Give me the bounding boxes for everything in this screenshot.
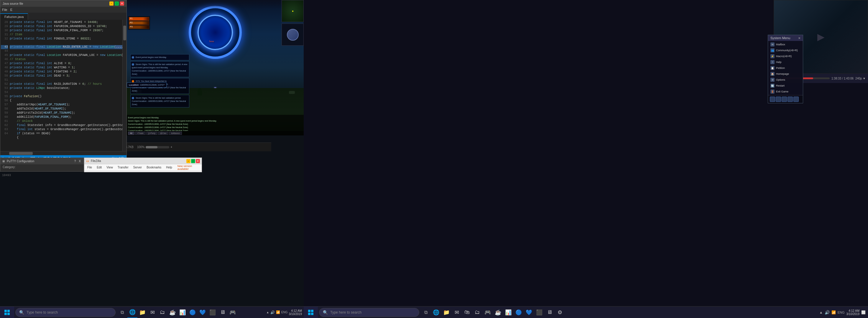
- horizontal-scrollbar-thumb[interactable]: [9, 152, 33, 155]
- tb-app-excel2[interactable]: 📊: [503, 307, 513, 318]
- scrollbar-thumb[interactable]: [123, 26, 126, 40]
- tb-app-mail-1[interactable]: ✉: [148, 307, 157, 318]
- fz-menu-server[interactable]: Server: [131, 166, 144, 169]
- tray-volume-icon[interactable]: 🔊: [270, 310, 275, 314]
- putty-question-button[interactable]: ?: [73, 160, 77, 163]
- fz-menu-bookmarks[interactable]: Bookmarks: [145, 166, 163, 169]
- tb-app-java-1[interactable]: ☕: [167, 307, 178, 318]
- fz-menu-transfer[interactable]: Transfer: [116, 166, 130, 169]
- game-chat-tab-party[interactable]: ||+Party: [146, 132, 157, 135]
- zoom-in-button[interactable]: +: [170, 145, 172, 149]
- terminal-icon-1: ⬛: [209, 309, 216, 316]
- game-portal: [189, 6, 242, 59]
- tb-app-explorer[interactable]: 📁: [441, 307, 452, 318]
- tray-network-icon[interactable]: 📶: [276, 310, 280, 314]
- tb-app-misc[interactable]: ⚙: [555, 307, 565, 318]
- tb-app-vscode-1[interactable]: 💙: [197, 307, 208, 318]
- menu-item-help[interactable]: ? Help: [768, 59, 803, 65]
- second-search-box[interactable]: 🔍 Type here to search: [319, 308, 419, 317]
- primary-clock[interactable]: 4:12 AM 3/10/2019: [289, 309, 302, 316]
- svg-rect-1: [311, 310, 313, 312]
- menu-item-exit[interactable]: 🚪 Exit Game: [768, 89, 803, 95]
- filezilla-menubar: File Edit View Transfer Server Bookmarks…: [84, 164, 202, 171]
- close-button[interactable]: ✕: [120, 1, 124, 6]
- desktop: Java source file − □ ✕ File E Fafuzion.j…: [0, 0, 868, 318]
- tb-app-fz2[interactable]: 🗂: [472, 307, 483, 318]
- skill-icon-1[interactable]: [770, 97, 775, 102]
- fz-minimize-button[interactable]: −: [186, 159, 190, 163]
- zoom-slider[interactable]: [146, 146, 169, 148]
- menu-item-mailbox[interactable]: ✉ Mailbox: [768, 41, 803, 47]
- game-chat-tab-trade[interactable]: +Trade: [135, 132, 146, 135]
- menu-item-macro[interactable]: ⚡ Macro(Alt+R): [768, 53, 803, 59]
- menu-item-options[interactable]: ⚙ Options: [768, 77, 803, 83]
- fz-menu-view[interactable]: View: [105, 166, 115, 169]
- tb-app-putty2[interactable]: 🖥: [545, 307, 555, 318]
- fz-maximize-button[interactable]: □: [191, 159, 195, 163]
- search-box[interactable]: 🔍 Type here to search: [16, 308, 116, 317]
- video-quality[interactable]: 240p ▼: [855, 77, 866, 80]
- tb-app-game-1[interactable]: 🎮: [228, 307, 238, 318]
- excel-icon-taskbar: 📊: [505, 309, 512, 316]
- tb-app-explorer-1[interactable]: 📁: [137, 307, 148, 318]
- skill-icon-2[interactable]: [776, 97, 781, 102]
- minimize-button[interactable]: −: [110, 1, 114, 6]
- tb-app-excel-1[interactable]: 📊: [178, 307, 187, 318]
- menu-item-community[interactable]: 👥 Community(Alt+R): [768, 47, 803, 53]
- system-menu-close-icon[interactable]: ✕: [798, 36, 801, 40]
- filezilla-icon-taskbar: 🗂: [475, 309, 480, 315]
- task-view-button[interactable]: ⧉: [117, 307, 127, 318]
- menu-item-homepage[interactable]: 🏠 Homepage: [768, 71, 803, 77]
- skill-icon-5[interactable]: [794, 97, 799, 102]
- menu-item-petition[interactable]: 📋 Petition: [768, 65, 803, 71]
- tb-app-edge[interactable]: 🌐: [431, 307, 441, 318]
- horizontal-scrollbar-area[interactable]: [0, 151, 126, 155]
- tray-arrow-1[interactable]: ▲: [266, 311, 269, 314]
- second-system-tray: ▲ 🔊 📶 ENG 4:12 AM 3/10/2019 ⬜: [819, 309, 868, 316]
- tb-app-l2[interactable]: 🎮: [483, 307, 493, 318]
- maximize-button[interactable]: □: [115, 1, 119, 6]
- fz-menu-edit[interactable]: Edit: [95, 166, 103, 169]
- volume-icon[interactable]: 🔊: [825, 310, 830, 315]
- fz-menu-help[interactable]: Help: [164, 166, 174, 169]
- menu-item-restart[interactable]: 🔄 Restart: [768, 83, 803, 89]
- store-icon: 🛍: [464, 309, 470, 315]
- tb-app-vscode[interactable]: 💙: [524, 307, 534, 318]
- game-chat-tab-all[interactable]: All: [128, 132, 134, 135]
- network-icon[interactable]: 📶: [832, 310, 836, 314]
- homepage-icon: 🏠: [770, 72, 775, 76]
- tb-app-term-1[interactable]: ⬛: [208, 307, 218, 318]
- edge-icon: 🌐: [433, 309, 439, 316]
- second-taskview-button[interactable]: ⧉: [421, 307, 431, 318]
- fz-menu-file[interactable]: File: [86, 166, 94, 169]
- game-chat-tab-alliance[interactable]: &Alliance: [169, 132, 182, 135]
- svg-rect-7: [7, 313, 10, 315]
- edge-icon-1: 🌐: [129, 309, 135, 315]
- tb-app-fz-1[interactable]: 🗂: [157, 307, 167, 318]
- tb-app-store[interactable]: 🛍: [462, 307, 472, 318]
- putty-close-button[interactable]: X: [78, 160, 82, 163]
- tb-app-terminal2[interactable]: ⬛: [534, 307, 544, 318]
- tb-app-putty-1[interactable]: 🖥: [218, 307, 228, 318]
- start-button[interactable]: [0, 307, 14, 318]
- skill-icon-3[interactable]: [782, 97, 787, 102]
- fz-close-button[interactable]: ✕: [196, 159, 200, 163]
- tb-app-edge-1[interactable]: 🌐: [127, 307, 137, 318]
- vertical-scrollbar[interactable]: [122, 20, 126, 154]
- code-tab-active[interactable]: Fafuzion.java: [0, 13, 28, 20]
- tray-arrow-icon[interactable]: ▲: [819, 310, 823, 314]
- skill-icon-4[interactable]: [787, 97, 793, 102]
- second-start-button[interactable]: [304, 307, 318, 318]
- location-coords: -180095/212896,-14727: [140, 83, 164, 86]
- zoom-slider-thumb[interactable]: [146, 146, 157, 148]
- tb-app-chrome[interactable]: 🔵: [514, 307, 524, 318]
- tb-app-mail[interactable]: ✉: [452, 307, 462, 318]
- game-chat-line-5: Current location: -180095/212896,-14727 …: [128, 129, 303, 131]
- tb-app-java[interactable]: ☕: [493, 307, 503, 318]
- game-chat-tab-clan[interactable]: @Clan: [158, 132, 168, 135]
- menu-edit[interactable]: E: [10, 8, 12, 11]
- show-desktop-button[interactable]: ⬜: [861, 310, 866, 314]
- code-editor-window: Java source file − □ ✕ File E Fafuzion.j…: [0, 0, 127, 162]
- menu-file[interactable]: File: [2, 8, 7, 11]
- tb-app-chrome-1[interactable]: 🔵: [187, 307, 197, 318]
